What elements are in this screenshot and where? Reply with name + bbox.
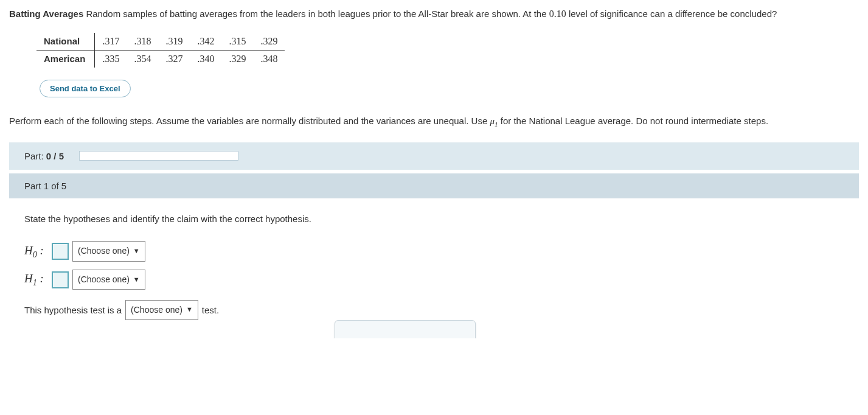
alpha-level: 0.10 <box>549 9 566 19</box>
dropdown-label: (Choose one) <box>78 243 130 259</box>
h1-claim-dropdown[interactable]: (Choose one) <box>72 270 145 290</box>
problem-text-2: level of significance can a difference b… <box>569 9 777 19</box>
progress-bar <box>79 151 238 161</box>
instructions-text-2: for the National League average. Do not … <box>501 116 768 126</box>
row-label-national: National <box>36 33 95 51</box>
data-cell: .319 <box>158 33 190 51</box>
data-cell: .317 <box>95 33 127 51</box>
problem-text-1: Random samples of batting averages from … <box>86 9 546 19</box>
data-cell: .340 <box>190 50 221 68</box>
mu-symbol: μ1 <box>490 116 498 126</box>
row-label-american: American <box>36 50 95 68</box>
sentence-part-2: test. <box>202 302 219 318</box>
dropdown-label: (Choose one) <box>78 272 130 287</box>
problem-statement: Batting Averages Random samples of batti… <box>9 6 859 22</box>
h1-row: H1 : (Choose one) <box>24 268 844 290</box>
data-cell: .335 <box>95 50 127 68</box>
test-type-sentence: This hypothesis test is a (Choose one) t… <box>24 300 844 320</box>
test-type-dropdown[interactable]: (Choose one) <box>125 300 198 320</box>
table-row: National .317 .318 .319 .342 .315 .329 <box>36 33 285 51</box>
h0-row: H0 : (Choose one) <box>24 240 844 262</box>
data-cell: .342 <box>190 33 221 51</box>
data-cell: .329 <box>253 33 285 51</box>
palette-equals[interactable]: = <box>352 334 373 338</box>
h1-label: H1 : <box>24 268 52 290</box>
data-cell: .318 <box>127 33 158 51</box>
part-1-header: Part 1 of 5 <box>9 173 859 198</box>
data-cell: .354 <box>127 50 158 68</box>
sentence-part-1: This hypothesis test is a <box>24 302 122 318</box>
table-row: American .335 .354 .327 .340 .329 .348 <box>36 50 285 68</box>
instructions: Perform each of the following steps. Ass… <box>9 113 859 130</box>
data-cell: .327 <box>158 50 190 68</box>
data-cell: .329 <box>221 50 253 68</box>
part-1-prompt: State the hypotheses and identify the cl… <box>24 211 844 227</box>
part-1-body: State the hypotheses and identify the cl… <box>9 198 859 332</box>
data-table: National .317 .318 .319 .342 .315 .329 A… <box>36 33 285 68</box>
part-1-header-label: Part 1 of 5 <box>24 181 66 191</box>
h0-answer-input[interactable] <box>52 243 69 260</box>
symbol-palette: = ≠ < > μ₁ μ₂ ✕ ↺ <box>335 320 476 338</box>
h0-label: H0 : <box>24 240 52 262</box>
data-cell: .348 <box>253 50 285 68</box>
dropdown-label: (Choose one) <box>131 302 182 318</box>
palette-less-than[interactable]: < <box>437 334 458 338</box>
palette-not-equals[interactable]: ≠ <box>395 334 415 338</box>
problem-title: Batting Averages <box>9 9 83 19</box>
h0-claim-dropdown[interactable]: (Choose one) <box>72 241 145 261</box>
data-cell: .315 <box>221 33 253 51</box>
progress-label: Part: 0 / 5 <box>24 151 64 161</box>
send-to-excel-label: Send data to Excel <box>50 84 120 93</box>
send-to-excel-button[interactable]: Send data to Excel <box>40 80 131 97</box>
instructions-text-1: Perform each of the following steps. Ass… <box>9 116 487 126</box>
progress-section: Part: 0 / 5 <box>9 142 859 170</box>
h1-answer-input[interactable] <box>52 271 69 288</box>
